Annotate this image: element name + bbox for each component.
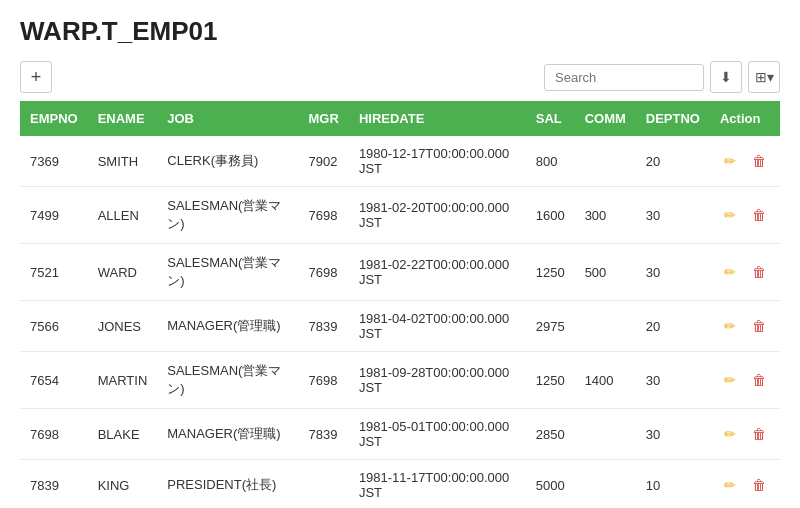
cell-hiredate: 1981-02-22T00:00:00.000 JST [349,244,526,301]
table-header: EMPNO ENAME JOB MGR HIREDATE SAL COMM DE… [20,101,780,136]
delete-button[interactable]: 🗑 [748,316,770,336]
cell-empno: 7566 [20,301,88,352]
cell-sal: 2850 [526,409,575,460]
pencil-icon: ✏ [724,264,736,280]
toolbar: + ⬇ ⊞▾ [20,61,780,93]
cell-deptno: 20 [636,136,710,187]
delete-button[interactable]: 🗑 [748,424,770,444]
action-cell: ✏ 🗑 [720,475,770,495]
col-mgr: MGR [299,101,349,136]
trash-icon: 🗑 [752,477,766,493]
cell-comm: 300 [575,187,636,244]
delete-button[interactable]: 🗑 [748,475,770,495]
pencil-icon: ✏ [724,318,736,334]
cell-action: ✏ 🗑 [710,244,780,301]
cell-sal: 1250 [526,352,575,409]
cell-mgr: 7839 [299,301,349,352]
col-empno: EMPNO [20,101,88,136]
edit-button[interactable]: ✏ [720,370,740,390]
cell-job: PRESIDENT(社長) [157,460,298,509]
cell-job: SALESMAN(営業マン) [157,352,298,409]
delete-button[interactable]: 🗑 [748,262,770,282]
cell-ename: SMITH [88,136,158,187]
toolbar-left: + [20,61,52,93]
data-table: EMPNO ENAME JOB MGR HIREDATE SAL COMM DE… [20,101,780,508]
cell-sal: 1600 [526,187,575,244]
cell-deptno: 30 [636,352,710,409]
cell-empno: 7839 [20,460,88,509]
download-button[interactable]: ⬇ [710,61,742,93]
table-row: 7654 MARTIN SALESMAN(営業マン) 7698 1981-09-… [20,352,780,409]
cell-ename: BLAKE [88,409,158,460]
table-row: 7698 BLAKE MANAGER(管理職) 7839 1981-05-01T… [20,409,780,460]
cell-hiredate: 1981-09-28T00:00:00.000 JST [349,352,526,409]
col-comm: COMM [575,101,636,136]
cell-empno: 7521 [20,244,88,301]
action-cell: ✏ 🗑 [720,151,770,171]
cell-job: MANAGER(管理職) [157,301,298,352]
edit-button[interactable]: ✏ [720,475,740,495]
delete-button[interactable]: 🗑 [748,151,770,171]
table-row: 7839 KING PRESIDENT(社長) 1981-11-17T00:00… [20,460,780,509]
col-ename: ENAME [88,101,158,136]
page-title: WARP.T_EMP01 [20,16,780,47]
cell-hiredate: 1981-02-20T00:00:00.000 JST [349,187,526,244]
cell-sal: 5000 [526,460,575,509]
cell-sal: 1250 [526,244,575,301]
table-row: 7521 WARD SALESMAN(営業マン) 7698 1981-02-22… [20,244,780,301]
cell-mgr: 7902 [299,136,349,187]
cell-sal: 800 [526,136,575,187]
cell-ename: KING [88,460,158,509]
trash-icon: 🗑 [752,372,766,388]
cell-action: ✏ 🗑 [710,460,780,509]
edit-button[interactable]: ✏ [720,262,740,282]
cell-job: SALESMAN(営業マン) [157,187,298,244]
pencil-icon: ✏ [724,153,736,169]
trash-icon: 🗑 [752,264,766,280]
cell-comm: 500 [575,244,636,301]
table-row: 7499 ALLEN SALESMAN(営業マン) 7698 1981-02-2… [20,187,780,244]
edit-button[interactable]: ✏ [720,151,740,171]
trash-icon: 🗑 [752,318,766,334]
edit-button[interactable]: ✏ [720,205,740,225]
delete-button[interactable]: 🗑 [748,370,770,390]
col-job: JOB [157,101,298,136]
cell-mgr: 7698 [299,244,349,301]
edit-button[interactable]: ✏ [720,424,740,444]
table-body: 7369 SMITH CLERK(事務員) 7902 1980-12-17T00… [20,136,780,508]
action-cell: ✏ 🗑 [720,262,770,282]
cell-deptno: 20 [636,301,710,352]
delete-button[interactable]: 🗑 [748,205,770,225]
cell-ename: ALLEN [88,187,158,244]
action-cell: ✏ 🗑 [720,370,770,390]
grid-view-button[interactable]: ⊞▾ [748,61,780,93]
page-wrapper: WARP.T_EMP01 + ⬇ ⊞▾ EMPNO ENAME JOB MGR … [0,0,800,508]
search-input[interactable] [544,64,704,91]
col-action: Action [710,101,780,136]
col-sal: SAL [526,101,575,136]
cell-empno: 7499 [20,187,88,244]
cell-deptno: 30 [636,244,710,301]
cell-hiredate: 1981-04-02T00:00:00.000 JST [349,301,526,352]
cell-comm [575,301,636,352]
cell-mgr [299,460,349,509]
cell-action: ✏ 🗑 [710,409,780,460]
add-button[interactable]: + [20,61,52,93]
cell-empno: 7369 [20,136,88,187]
table-row: 7369 SMITH CLERK(事務員) 7902 1980-12-17T00… [20,136,780,187]
pencil-icon: ✏ [724,426,736,442]
cell-ename: MARTIN [88,352,158,409]
cell-job: MANAGER(管理職) [157,409,298,460]
toolbar-right: ⬇ ⊞▾ [544,61,780,93]
cell-action: ✏ 🗑 [710,352,780,409]
trash-icon: 🗑 [752,426,766,442]
pencil-icon: ✏ [724,372,736,388]
cell-deptno: 30 [636,187,710,244]
cell-ename: WARD [88,244,158,301]
cell-job: SALESMAN(営業マン) [157,244,298,301]
edit-button[interactable]: ✏ [720,316,740,336]
action-cell: ✏ 🗑 [720,316,770,336]
download-icon: ⬇ [720,69,732,85]
col-hiredate: HIREDATE [349,101,526,136]
cell-comm [575,460,636,509]
